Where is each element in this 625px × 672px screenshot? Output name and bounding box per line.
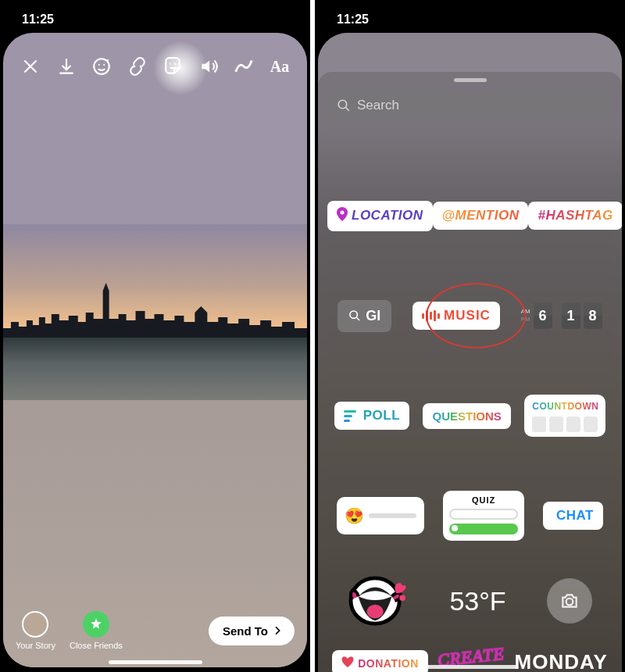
questions-label: QUESTIONS [432,409,501,423]
share-bar: Your Story Close Friends Send To [3,611,307,650]
sticker-button[interactable] [158,52,188,81]
status-bar: 11:25 [0,0,310,33]
quiz-option [449,509,518,520]
donation-sticker[interactable]: DONATION [332,650,428,672]
sticker-tray: Search LOCATION @MENTION #HASHTAG [318,33,622,672]
sound-button[interactable] [194,52,223,81]
search-icon [337,98,351,113]
clock-digit: 8 [584,302,602,329]
time-sticker[interactable]: AM PM 6 1 8 [521,302,602,329]
quiz-option-correct [449,524,518,534]
svg-point-11 [170,63,171,65]
music-label: MUSIC [444,308,491,323]
hashtag-sticker[interactable]: #HASHTAG [528,202,622,230]
send-to-label: Send To [223,624,268,638]
emoji-slider-sticker[interactable]: 😍 [337,497,424,534]
location-label: LOCATION [352,208,423,223]
ampm-indicator: AM PM [521,309,530,323]
status-time: 11:25 [22,13,54,27]
link-button[interactable] [123,52,152,81]
emoji-icon: 😍 [345,506,364,525]
sticker-row: LOCATION @MENTION #HASHTAG [327,166,612,266]
svg-point-13 [235,70,238,72]
sticker-tray-screen: 11:25 Search LOCATION [315,0,625,672]
quiz-label: QUIZ [449,495,518,505]
svg-point-27 [367,605,384,619]
star-icon [83,611,109,638]
day-sticker[interactable]: MONDAY [515,650,608,672]
close-friends-label: Close Friends [70,641,123,650]
close-button[interactable] [16,52,45,81]
svg-point-12 [174,63,176,65]
svg-point-23 [338,100,347,109]
mention-label: @MENTION [442,208,520,223]
heart-icon [341,656,354,670]
poll-icon [344,410,356,422]
svg-point-25 [350,311,357,318]
save-button[interactable] [52,52,81,81]
sticker-row: POLL QUESTIONS COUNTDOWN [327,366,612,466]
editor-toolbar: Aa [3,52,307,81]
clock-digit: 1 [562,302,580,329]
gif-label: GI [366,308,380,324]
effects-button[interactable] [87,52,116,81]
svg-point-14 [251,60,253,63]
your-story-label: Your Story [16,641,55,650]
svg-point-24 [341,210,345,214]
sheet-grabber[interactable] [454,78,487,82]
status-time: 11:25 [337,13,369,27]
camera-sticker[interactable] [547,578,592,624]
location-sticker[interactable]: LOCATION [327,201,433,231]
clock-digit: 6 [534,302,552,329]
story-canvas[interactable]: Aa Your Story Close Friends Send To [3,33,307,667]
questions-sticker[interactable]: QUESTIONS [423,403,510,429]
home-indicator [109,660,202,664]
mention-sticker[interactable]: @MENTION [433,202,529,230]
countdown-blocks [532,416,598,432]
sticker-row: GI MUSIC AM PM 6 [327,266,612,366]
quiz-sticker[interactable]: QUIZ [443,491,524,541]
close-friends-button[interactable]: Close Friends [70,611,123,650]
countdown-label: COUNTDOWN [532,401,598,412]
search-icon [348,309,361,322]
music-bars-icon [422,310,440,321]
home-indicator [423,665,517,669]
music-sticker[interactable]: MUSIC [412,302,500,330]
temperature-sticker[interactable]: 53°F [449,586,505,617]
shoutout-sticker[interactable] [348,574,409,628]
pin-icon [337,207,348,225]
sticker-row: 😍 QUIZ CHAT [327,466,612,566]
chat-label: CHAT [556,508,594,524]
gif-sticker[interactable]: GI [338,300,391,332]
countdown-sticker[interactable]: COUNTDOWN [524,395,605,437]
hashtag-label: #HASHTAG [538,208,612,223]
skyline-silhouette [3,283,307,345]
draw-button[interactable] [229,52,259,81]
avatar [22,611,48,638]
poll-sticker[interactable]: POLL [334,402,409,430]
sticker-row: 53°F [327,566,612,636]
camera-icon [559,591,580,611]
text-button[interactable]: Aa [265,52,295,81]
poll-label: POLL [363,408,400,424]
chevron-right-icon [271,624,284,637]
water [3,338,307,400]
donation-label: DONATION [358,657,419,670]
svg-point-29 [566,599,573,606]
chat-sticker[interactable]: CHAT [543,502,603,530]
svg-point-28 [399,595,405,601]
story-editor-screen: 11:25 [0,0,310,672]
sticker-search[interactable]: Search [327,90,612,121]
svg-point-10 [103,64,105,66]
status-bar: 11:25 [315,0,625,33]
svg-point-9 [98,64,100,66]
your-story-button[interactable]: Your Story [16,611,55,650]
sticker-sheet[interactable]: Search LOCATION @MENTION #HASHTAG [318,72,622,672]
sticker-grid: LOCATION @MENTION #HASHTAG GI [318,166,622,672]
search-placeholder: Search [357,98,399,113]
send-to-button[interactable]: Send To [209,617,295,645]
slider-track [369,513,416,518]
